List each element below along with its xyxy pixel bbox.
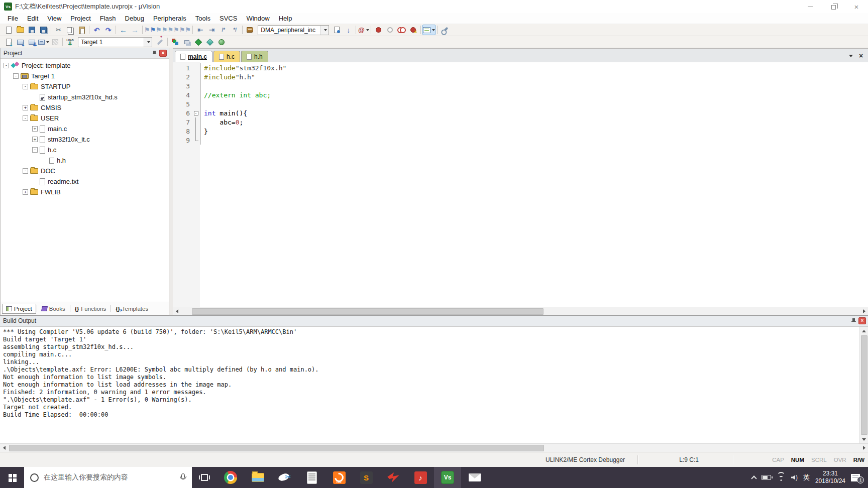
bookmark-previous-button[interactable] <box>156 25 167 35</box>
build-vscroll-thumb[interactable] <box>861 335 867 435</box>
taskbar-keil-uvision[interactable] <box>434 467 461 488</box>
project-pin-button[interactable] <box>150 49 158 57</box>
copy-button[interactable] <box>64 25 76 35</box>
taskbar-search[interactable]: 在这里输入你要搜索的内容 <box>24 467 192 488</box>
code-line-2[interactable]: 2#include"h.h" <box>173 72 868 81</box>
manage-project-items-button[interactable] <box>169 37 181 47</box>
bookmark-toggle-button[interactable] <box>144 25 156 35</box>
collapse-icon[interactable]: - <box>13 73 19 79</box>
build-output-body[interactable]: *** Using Compiler 'V5.06 update 6 (buil… <box>0 326 868 443</box>
menu-debug[interactable]: Debug <box>121 13 149 24</box>
taskbar-sublime-text[interactable] <box>353 467 380 488</box>
navigate-forward-button[interactable] <box>129 25 141 35</box>
find-in-files-button[interactable] <box>331 25 343 35</box>
scroll-left-button[interactable] <box>173 307 181 315</box>
views-dropdown-button[interactable] <box>422 25 436 35</box>
project-close-button[interactable] <box>159 50 167 57</box>
scroll-down-button[interactable] <box>860 435 868 443</box>
source-browser-button[interactable] <box>244 25 256 35</box>
tree-item-h-h[interactable]: h.h <box>1 155 169 166</box>
collapse-icon[interactable]: - <box>4 63 9 68</box>
editor-hscrollbar[interactable] <box>173 307 868 315</box>
close-button[interactable]: × <box>845 0 868 13</box>
scroll-left-button[interactable] <box>0 444 8 452</box>
target-combo-arrow[interactable] <box>144 38 152 47</box>
expand-icon[interactable]: + <box>32 137 38 142</box>
fold-collapse-icon[interactable]: - <box>194 111 198 115</box>
taskbar-thunder[interactable] <box>380 467 407 488</box>
bookmark-clear-button[interactable] <box>179 25 191 35</box>
tree-item-user[interactable]: -USER <box>1 113 169 124</box>
file-extensions-button[interactable] <box>181 37 192 47</box>
code-line-6[interactable]: 6-int main(){ <box>173 108 868 117</box>
battery-icon[interactable] <box>762 475 771 480</box>
paste-button[interactable] <box>76 25 87 35</box>
code-line-9[interactable]: 9 <box>173 136 868 145</box>
scroll-right-button[interactable] <box>860 307 868 315</box>
menu-peripherals[interactable]: Peripherals <box>149 13 191 24</box>
tray-expand-icon[interactable] <box>751 475 756 481</box>
taskbar-netease-music[interactable] <box>407 467 434 488</box>
bookmark-next-button[interactable] <box>168 25 179 35</box>
menu-edit[interactable]: Edit <box>23 13 43 24</box>
close-file-button[interactable] <box>856 51 866 60</box>
editor-hscroll-thumb[interactable] <box>192 308 544 315</box>
uncomment-button[interactable] <box>229 25 241 35</box>
taskbar-calculator[interactable] <box>298 467 325 488</box>
collapse-icon[interactable]: - <box>23 84 28 89</box>
breakpoint-kill-all-button[interactable] <box>396 25 407 35</box>
menu-file[interactable]: File <box>3 13 23 24</box>
build-hscroll-thumb[interactable] <box>9 445 544 451</box>
download-button[interactable] <box>64 37 76 47</box>
build-output-close-button[interactable] <box>858 317 866 324</box>
batch-build-button[interactable] <box>38 37 49 47</box>
new-file-button[interactable] <box>3 25 15 35</box>
incremental-find-button[interactable] <box>343 25 354 35</box>
translate-button[interactable] <box>3 37 15 47</box>
editor-tab-main-c[interactable]: main.c <box>175 51 212 62</box>
navigate-back-button[interactable] <box>118 25 129 35</box>
find-combo-arrow[interactable] <box>320 26 329 35</box>
taskbar-mail[interactable] <box>461 467 488 488</box>
tree-item-main-c[interactable]: +main.c <box>1 124 169 134</box>
redo-button[interactable] <box>102 25 114 35</box>
volume-icon[interactable] <box>791 474 798 481</box>
menu-project[interactable]: Project <box>66 13 95 24</box>
collapse-icon[interactable]: - <box>32 147 38 153</box>
minimize-button[interactable] <box>799 0 822 13</box>
code-line-5[interactable]: 5 <box>173 99 868 108</box>
build-output-hscrollbar[interactable] <box>0 443 868 452</box>
ime-indicator[interactable]: 英 <box>803 473 810 482</box>
tree-item-readme-txt[interactable]: readme.txt <box>1 176 169 187</box>
tab-templates[interactable]: Templates <box>112 304 152 314</box>
find-combo[interactable]: DMA_peripheral_inc <box>258 25 329 35</box>
expand-icon[interactable]: + <box>23 189 28 195</box>
action-center-button[interactable]: 1 <box>851 474 860 481</box>
restore-button[interactable] <box>822 0 845 13</box>
collapse-icon[interactable]: - <box>23 115 28 121</box>
scroll-up-button[interactable] <box>860 327 868 335</box>
cut-button[interactable] <box>53 25 64 35</box>
code-editor[interactable]: 1#include"stm32f10x.h"2#include"h.h"34//… <box>173 62 868 307</box>
tree-item-cmsis[interactable]: +CMSIS <box>1 102 169 113</box>
configuration-button[interactable] <box>439 25 451 35</box>
menu-view[interactable]: View <box>43 13 66 24</box>
editor-tab-h-c[interactable]: h.c <box>213 51 240 62</box>
tree-item-h-c[interactable]: -h.c <box>1 145 169 155</box>
search-button[interactable] <box>358 25 369 35</box>
tree-item-fwlib[interactable]: +FWLIB <box>1 187 169 197</box>
tree-item-startup[interactable]: -STARTUP <box>1 81 169 92</box>
microphone-icon[interactable] <box>179 473 186 482</box>
stop-build-button[interactable] <box>49 37 61 47</box>
save-button[interactable] <box>26 25 38 35</box>
pack-installer-button[interactable] <box>204 37 215 47</box>
software-packs-button[interactable] <box>215 37 227 47</box>
tab-project[interactable]: Project <box>2 304 36 314</box>
save-all-button[interactable] <box>38 25 49 35</box>
taskbar-foxit-pdf[interactable] <box>325 467 353 488</box>
build-output-vscrollbar[interactable] <box>859 327 868 443</box>
breakpoint-insert-button[interactable] <box>373 25 384 35</box>
breakpoint-toggle-enable-button[interactable] <box>384 25 396 35</box>
tree-item-startup-stm32f10x-hd-s[interactable]: startup_stm32f10x_hd.s <box>1 92 169 102</box>
undo-button[interactable] <box>91 25 102 35</box>
